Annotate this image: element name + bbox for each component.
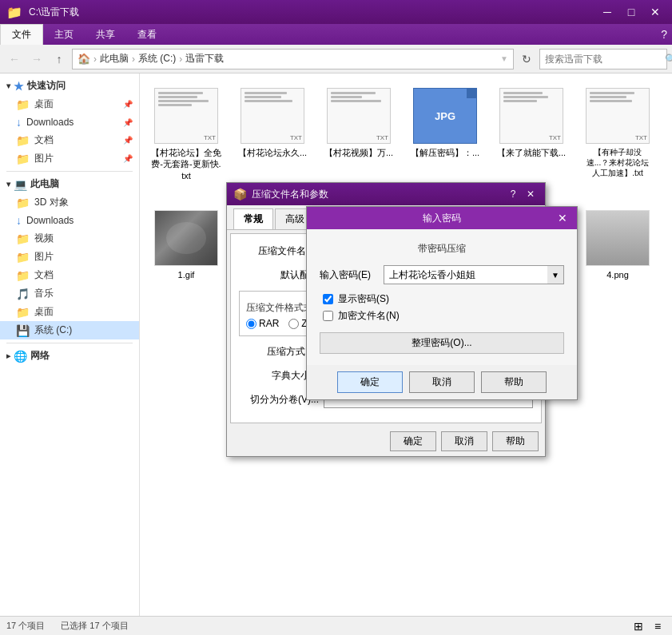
- encrypt-filename-row: 加密文件名(N): [323, 309, 564, 323]
- password-dropdown-button[interactable]: ▼: [547, 266, 563, 284]
- comp-params-title: 压缩文件名和参数: [252, 188, 505, 201]
- comp-params-title-buttons: ? ✕: [505, 188, 539, 200]
- comp-params-help-btn[interactable]: 帮助: [492, 431, 539, 451]
- password-input-wrap: ▼: [384, 265, 564, 284]
- password-field-label: 输入密码(E): [320, 268, 384, 282]
- password-input[interactable]: [384, 266, 547, 284]
- format-zip-radio[interactable]: [288, 319, 299, 329]
- format-rar-text: RAR: [259, 318, 279, 329]
- password-close-button[interactable]: ✕: [555, 212, 571, 224]
- password-dialog: 输入密码 ✕ 带密码压缩 输入密码(E) ▼ 显示密码(S) 加密文件名(N) …: [306, 206, 578, 400]
- password-subtitle: 带密码压缩: [320, 242, 564, 256]
- password-title-bar: 输入密码 ✕: [307, 207, 577, 229]
- comp-params-cancel-button[interactable]: 取消: [441, 431, 487, 451]
- password-footer: 确定 取消 帮助: [307, 365, 577, 399]
- password-help-button[interactable]: 帮助: [481, 371, 547, 393]
- comp-params-ok-button[interactable]: 确定: [390, 431, 436, 451]
- comp-params-tab-general[interactable]: 常规: [233, 208, 273, 229]
- password-title: 输入密码: [329, 212, 555, 225]
- comp-params-title-bar: 📦 压缩文件名和参数 ? ✕: [227, 183, 545, 205]
- format-rar-radio[interactable]: [246, 319, 256, 329]
- comp-params-footer: 确定 取消 帮助: [227, 427, 545, 456]
- dialog-overlay: 📦 压缩文件名和参数 ? ✕ 常规 高级 压缩文件名(A) 默认配置 配置...…: [0, 0, 672, 635]
- comp-params-close-button[interactable]: ✕: [523, 188, 539, 200]
- password-ok-button[interactable]: 确定: [337, 371, 403, 393]
- comp-icon: 📦: [233, 188, 247, 200]
- show-password-label[interactable]: 显示密码(S): [338, 292, 389, 306]
- password-cancel-button[interactable]: 取消: [409, 371, 475, 393]
- comp-params-help-button[interactable]: ?: [505, 188, 521, 200]
- show-password-row: 显示密码(S): [323, 292, 564, 306]
- encrypt-filename-label[interactable]: 加密文件名(N): [338, 309, 400, 323]
- encrypt-filename-checkbox[interactable]: [323, 311, 333, 321]
- password-body: 带密码压缩 输入密码(E) ▼ 显示密码(S) 加密文件名(N) 整理密码(O)…: [307, 229, 577, 365]
- manage-password-button[interactable]: 整理密码(O)...: [320, 332, 564, 354]
- show-password-checkbox[interactable]: [323, 294, 333, 304]
- format-rar-label[interactable]: RAR: [246, 318, 279, 329]
- password-field-row: 输入密码(E) ▼: [320, 265, 564, 284]
